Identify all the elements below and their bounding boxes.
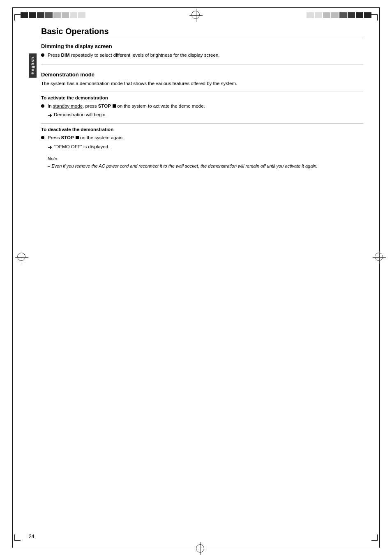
bullet-dot-activate <box>41 104 44 108</box>
page-border-top <box>12 7 380 8</box>
deco-blocks-left <box>21 12 85 18</box>
deactivate-arrow-text: "DEMO OFF" is displayed. <box>54 143 109 150</box>
demonstration-title: Demonstration mode <box>41 71 363 78</box>
page-number: 24 <box>29 534 34 539</box>
corner-mark-bl <box>14 534 21 541</box>
dimming-bullet-text: Press DIM repeatedly to select different… <box>48 52 363 59</box>
page-border-left <box>12 7 13 548</box>
deactivate-bullet: Press STOP on the system again. <box>41 134 363 141</box>
bullet-dot-deactivate <box>41 136 44 139</box>
note-section: Note: – Even if you remove the AC power … <box>48 156 363 170</box>
activate-bullet-text: In standby mode, press STOP on the syste… <box>48 103 363 110</box>
note-text: – Even if you remove the AC power cord a… <box>48 163 363 170</box>
dimming-bullet: Press DIM repeatedly to select different… <box>41 52 363 59</box>
corner-mark-tr <box>371 14 378 21</box>
activate-title: To activate the demonstration <box>41 95 363 100</box>
deactivate-subsection: To deactivate the demonstration Press ST… <box>41 123 363 151</box>
deactivate-title: To deactivate the demonstration <box>41 127 363 132</box>
page-border-right <box>379 7 380 548</box>
deactivate-arrow: ➜ "DEMO OFF" is displayed. <box>48 143 363 152</box>
demonstration-desc: The system has a demonstration mode that… <box>41 80 363 87</box>
page-title: Basic Operations <box>41 27 363 38</box>
top-center-crosshair <box>191 11 201 20</box>
deactivate-bullet-text: Press STOP on the system again. <box>48 134 363 141</box>
arrow-symbol-2: ➜ <box>48 143 52 152</box>
main-content: Basic Operations Dimming the display scr… <box>29 27 363 170</box>
activate-arrow-text: Demonstration will begin. <box>54 111 106 118</box>
note-title: Note: <box>48 156 363 161</box>
dimming-title: Dimming the display screen <box>41 43 363 49</box>
dimming-section: Dimming the display screen Press DIM rep… <box>41 43 363 65</box>
deco-blocks-right <box>307 12 371 18</box>
corner-mark-br <box>371 534 378 541</box>
top-decorative-bar <box>21 9 371 21</box>
activate-bullet: In standby mode, press STOP on the syste… <box>41 103 363 110</box>
arrow-symbol: ➜ <box>48 111 52 120</box>
activate-subsection: To activate the demonstration In standby… <box>41 92 363 120</box>
bullet-dot <box>41 53 44 57</box>
activate-arrow: ➜ Demonstration will begin. <box>48 111 363 120</box>
demonstration-section: Demonstration mode The system has a demo… <box>41 71 363 169</box>
corner-mark-tl <box>14 14 21 21</box>
